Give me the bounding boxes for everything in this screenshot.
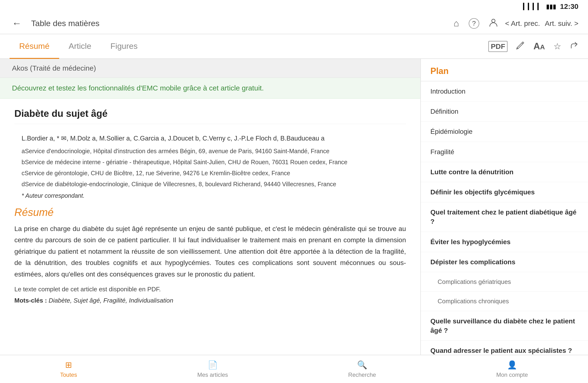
content-area: Akos (Traité de médecine) Découvrez et t… [0,59,420,383]
top-nav: ← Table des matières ⌂ ? < Art. prec. Ar… [0,13,588,34]
status-time: 12:30 [560,2,578,11]
author-star-note: * Auteur correspondant. [21,192,406,199]
bottom-tab-recherche[interactable]: 🔍 Recherche [348,360,376,378]
nav-title: Table des matières [31,19,446,28]
status-bar: ▎▎▎▎ ▮▮▮ 12:30 [0,0,588,13]
svg-point-0 [492,19,495,22]
affiliation-1: aService d'endocrinologie, Hôpital d'ins… [21,146,406,156]
plan-item-0[interactable]: Introduction [421,81,588,101]
plan-item-10[interactable]: Complications chroniques [421,292,588,311]
authors-names: L.Bordier a, * ✉, M.Dolz a, M.Sollier a,… [21,135,325,142]
affiliation-3: cService de gérontologie, CHU de Bicêtre… [21,168,406,178]
edit-icon[interactable] [516,41,525,52]
compte-label: Mon compte [496,371,528,378]
recherche-icon: 🔍 [357,360,367,370]
full-text-note: Le texte complet de cet article est disp… [14,285,406,293]
bottom-tab-bar: ⊞ Toutes 📄 Mes articles 🔍 Recherche 👤 Mo… [0,355,588,383]
authors-block: L.Bordier a, * ✉, M.Dolz a, M.Sollier a,… [14,134,406,199]
pdf-icon[interactable]: PDF [488,41,507,52]
sidebar: Plan Introduction Définition Épidémiolog… [420,59,588,383]
plan-item-6[interactable]: Quel traitement chez le patient diabétiq… [421,202,588,232]
authors-main-line: L.Bordier a, * ✉, M.Dolz a, M.Sollier a,… [21,134,406,143]
signal-icon: ▎▎▎▎ [523,3,542,10]
promo-text: Découvrez et testez les fonctionnalités … [12,84,264,92]
toutes-icon: ⊞ [65,360,72,370]
mes-articles-icon: 📄 [208,360,218,370]
resume-heading: Résumé [14,206,406,218]
recherche-label: Recherche [348,371,376,378]
tab-bar: Résumé Article Figures PDF AA ☆ [0,34,588,59]
plan-item-5[interactable]: Définir les objectifs glycémiques [421,182,588,202]
plan-item-1[interactable]: Définition [421,101,588,121]
source-label: Akos (Traité de médecine) [0,59,420,78]
share-icon[interactable] [570,41,578,52]
nav-right: < Art. prec. Art. suiv. > [505,20,578,27]
mes-articles-label: Mes articles [197,371,228,378]
resume-text: La prise en charge du diabète du sujet â… [14,223,406,280]
keywords-line: Mots-clés : Diabète, Sujet âgé, Fragilit… [14,297,406,304]
help-icon[interactable]: ? [469,18,479,29]
main-layout: Akos (Traité de médecine) Découvrez et t… [0,59,588,383]
affiliation-4: dService de diabétologie-endocrinologie,… [21,179,406,189]
keywords-values: Diabète, Sujet âgé, Fragilité, Individua… [49,297,173,304]
plan-item-2[interactable]: Épidémiologie [421,121,588,142]
back-button[interactable]: ← [10,18,24,29]
plan-item-8[interactable]: Dépister les complications [421,252,588,272]
art-prev-button[interactable]: < Art. prec. [505,20,540,27]
article-title: Diabète du sujet âgé [14,108,406,124]
tab-figures[interactable]: Figures [101,34,147,59]
plan-item-3[interactable]: Fragilité [421,142,588,162]
font-size-icon[interactable]: AA [533,41,545,51]
affiliation-2: bService de médecine interne - gériatrie… [21,157,406,167]
bottom-tab-toutes[interactable]: ⊞ Toutes [60,360,77,378]
profile-icon[interactable] [489,18,498,29]
plan-item-7[interactable]: Éviter les hypoglycémies [421,232,588,252]
promo-banner: Découvrez et testez les fonctionnalités … [0,78,420,99]
compte-icon: 👤 [507,360,517,370]
battery-icon: ▮▮▮ [546,3,556,10]
toutes-label: Toutes [60,371,77,378]
tab-article[interactable]: Article [59,34,101,59]
bookmark-icon[interactable]: ☆ [553,41,561,51]
art-next-button[interactable]: Art. suiv. > [545,20,578,27]
plan-item-9[interactable]: Complications gériatriques [421,272,588,292]
home-icon[interactable]: ⌂ [454,18,459,28]
article-content: Diabète du sujet âgé L.Bordier a, * ✉, M… [0,99,420,316]
keywords-label: Mots-clés : [14,297,47,304]
tab-toolbar: PDF AA ☆ [488,41,578,52]
bottom-tab-compte[interactable]: 👤 Mon compte [496,360,528,378]
plan-title: Plan [421,59,588,81]
nav-icons: ⌂ ? [454,18,498,29]
plan-item-11[interactable]: Quelle surveillance du diabète chez le p… [421,311,588,341]
plan-item-4[interactable]: Lutte contre la dénutrition [421,162,588,182]
bottom-tab-mes-articles[interactable]: 📄 Mes articles [197,360,228,378]
tab-resume[interactable]: Résumé [10,34,59,59]
